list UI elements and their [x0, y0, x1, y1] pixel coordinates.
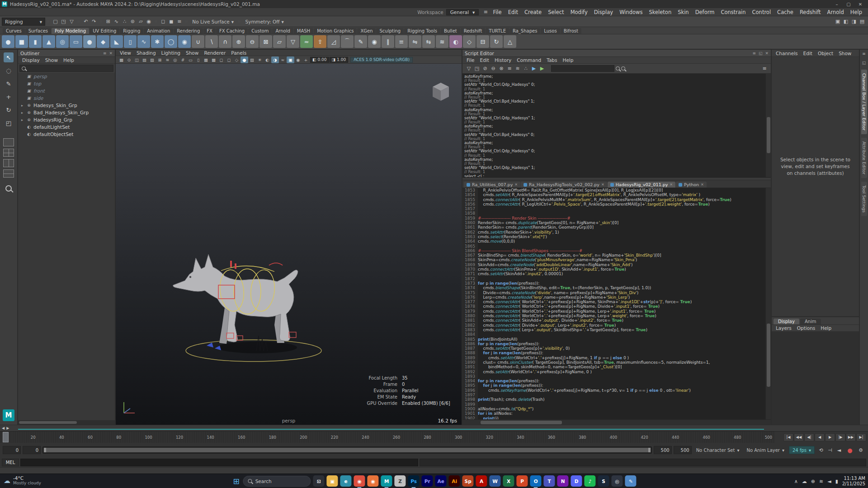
shelf-button[interactable]: ∥	[382, 35, 394, 48]
taskbar-app-icon[interactable]: ◉	[354, 475, 365, 487]
shelf-button[interactable]: ▽	[287, 35, 299, 48]
shelf-button[interactable]: ≡	[395, 35, 408, 48]
shelf-button[interactable]: ≋	[436, 35, 448, 48]
shelf-tab[interactable]: Ra_Shapes	[509, 28, 540, 34]
shelf-tab[interactable]: FX Caching	[216, 28, 248, 34]
layer-menu-item[interactable]: Options	[795, 325, 818, 331]
sidebar-toggle-icon[interactable]: ◨	[850, 18, 858, 26]
viewport-toolbar-icon[interactable]: ▨	[248, 56, 256, 63]
layout-two-stacked-button[interactable]	[3, 169, 14, 178]
tool-button[interactable]: ◰	[4, 118, 14, 128]
menuset-dropdown[interactable]: Rigging▾	[2, 18, 45, 26]
viewport-toolbar-icon[interactable]: ◉	[294, 56, 302, 63]
script-tab[interactable]: HadesysRig_v02_011.py ✕	[608, 182, 675, 188]
scroll-left-icon[interactable]: ◀	[2, 426, 5, 430]
taskbar-app-icon[interactable]: e	[340, 475, 352, 487]
outliner-menu-item[interactable]: Display	[20, 57, 42, 63]
shelf-button[interactable]: ≈	[300, 35, 313, 48]
tray-icon[interactable]: ⊕	[811, 479, 815, 484]
transport-button[interactable]: |◀	[783, 433, 793, 441]
shelf-tab[interactable]: Surfaces	[25, 28, 51, 34]
shelf-button[interactable]: ∿	[137, 35, 150, 48]
shelf-button[interactable]: ▭	[70, 35, 82, 48]
code-hscrollbar[interactable]	[462, 419, 771, 425]
script-editor-menu-item[interactable]: Command	[514, 57, 543, 63]
history-scrollbar[interactable]	[765, 74, 771, 177]
script-editor-toolbar-icon[interactable]: ▶	[538, 65, 546, 73]
script-editor-menu-item[interactable]: File	[464, 57, 477, 63]
tool-button[interactable]: ↖	[4, 52, 14, 62]
script-editor-menu-item[interactable]: Tabs	[544, 57, 559, 63]
menubar-item[interactable]: Cache	[774, 9, 797, 15]
shelf-tab[interactable]: Motion Graphics	[314, 28, 357, 34]
shelf-button[interactable]: ◿	[327, 35, 340, 48]
shelf-button[interactable]: ⊖	[246, 35, 259, 48]
outliner-menu-item[interactable]: Show	[43, 57, 60, 63]
shelf-button[interactable]: ▲	[42, 35, 55, 48]
menubar-item[interactable]: Display	[591, 9, 616, 15]
tray-icon[interactable]: ∧	[794, 479, 798, 484]
outliner-filter-field[interactable]	[19, 65, 113, 72]
viewport-toolbar-icon[interactable]: ◫	[133, 56, 141, 63]
script-editor-toolbar-icon[interactable]: ▶	[530, 65, 538, 73]
layer-editor-tab[interactable]: Anim	[800, 319, 821, 324]
script-editor-toolbar-icon[interactable]: ▽	[465, 65, 473, 73]
shelf-button[interactable]: ⊟	[476, 35, 489, 48]
playback-start-field[interactable]: 0	[23, 446, 41, 454]
window-titlebar[interactable]: M HadesysRig_v02_001.ma* - Autodesk MAYA…	[0, 0, 868, 8]
taskbar-app-icon[interactable]: Z	[395, 475, 406, 487]
viewport-toolbar-icon[interactable]: ☀	[256, 56, 264, 63]
transport-button[interactable]: |▶	[835, 433, 845, 441]
viewport-menu-item[interactable]: Lighting	[159, 50, 183, 56]
hip-control-curve[interactable]	[269, 263, 283, 265]
shelf-button[interactable]: ▮	[29, 35, 42, 48]
layer-editor-tab[interactable]: Display	[774, 319, 799, 324]
scroll-right-icon[interactable]: ▶	[6, 426, 9, 430]
outliner-item[interactable]: ◐ defaultObjectSet	[18, 131, 115, 138]
shelf-tab[interactable]: TURTLE	[486, 28, 509, 34]
outliner-item[interactable]: ▣ side	[18, 94, 115, 102]
time-slider[interactable]: 0204060801001201401601802002202402602803…	[0, 431, 868, 443]
menubar-item[interactable]: Windows	[616, 9, 646, 15]
shelf-button[interactable]: △	[504, 35, 516, 48]
viewport-menu-item[interactable]: Panels	[229, 50, 249, 56]
snap-icon[interactable]: ⊚	[128, 18, 137, 26]
shelf-button[interactable]: ◐	[449, 35, 462, 48]
snap-icon[interactable]: ▱	[137, 18, 145, 26]
shelf-tab[interactable]: Custom	[248, 28, 272, 34]
viewport-toolbar-icon[interactable]: +	[302, 56, 310, 63]
taskbar-app-icon[interactable]: M	[381, 475, 392, 487]
status-icon[interactable]: ↷	[90, 18, 98, 26]
viewport-toolbar-icon[interactable]: ●	[241, 56, 248, 63]
shelf-button[interactable]: ⇧	[314, 35, 326, 48]
menubar-item[interactable]: Skin	[675, 9, 692, 15]
sidebar-toggle-icon[interactable]: ▤	[858, 18, 866, 26]
taskbar-app-icon[interactable]: Ae	[435, 475, 447, 487]
code-scrollbar[interactable]	[765, 188, 771, 419]
command-language-toggle[interactable]: MEL	[2, 459, 19, 466]
shelf-tab[interactable]: Bullet	[441, 28, 460, 34]
channel-box-menu-item[interactable]: Show	[836, 51, 854, 56]
taskbar-app-icon[interactable]: ♪	[585, 475, 596, 487]
tray-icon[interactable]: ☁	[802, 479, 807, 484]
script-editor-toolbar-icon[interactable]: ◳	[473, 65, 481, 73]
search-up-icon[interactable]	[621, 66, 625, 70]
shelf-button[interactable]: ▱	[273, 35, 286, 48]
taskbar-app-icon[interactable]: Sp	[462, 475, 474, 487]
channel-box-menu-item[interactable]: Object	[816, 51, 835, 56]
shelf-button[interactable]: ⊠	[259, 35, 272, 48]
no-live-surface-dropdown[interactable]: No Live Surface▾	[189, 19, 236, 24]
channel-box-menu-item[interactable]: Channels	[774, 51, 800, 56]
shelf-button[interactable]: ■	[15, 35, 28, 48]
script-editor-toolbar-icon[interactable]: ≡	[505, 65, 514, 73]
menubar-item[interactable]: File	[490, 9, 505, 15]
taskbar-app-icon[interactable]: ▣	[327, 475, 338, 487]
transport-button[interactable]: ◀◀	[794, 433, 804, 441]
transport-button[interactable]: ◀	[815, 433, 825, 441]
shelf-tab[interactable]: FX	[203, 28, 216, 34]
shelf-button[interactable]: ✱	[151, 35, 164, 48]
taskbar-app-icon[interactable]: N	[557, 475, 569, 487]
shelf-tab[interactable]: Curves	[3, 28, 25, 34]
shelf-tab[interactable]: Lusos	[541, 28, 560, 34]
menubar-item[interactable]: Create	[521, 9, 545, 15]
